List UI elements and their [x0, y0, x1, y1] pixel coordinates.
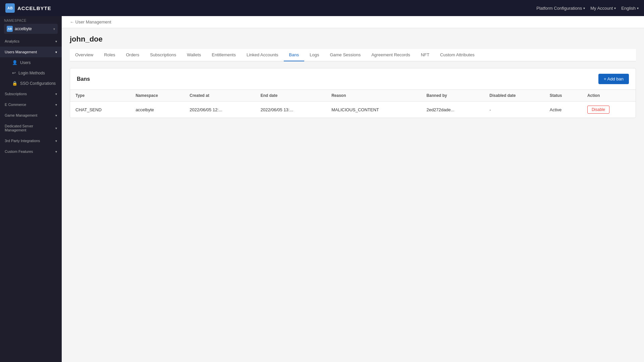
cell-banned-by: 2ed272dade...: [421, 102, 484, 118]
login-icon: ↩: [12, 70, 16, 75]
tab-entitlements[interactable]: Entitlements: [206, 49, 241, 61]
cell-disabled-date: -: [484, 102, 544, 118]
sidebar-sso-label: SSO Configurations: [20, 81, 56, 86]
platform-config-chevron-icon: ▾: [583, 6, 585, 10]
platform-config-btn[interactable]: Platform Configurations ▾: [536, 6, 585, 11]
col-action: Action: [582, 90, 636, 102]
tab-roles[interactable]: Roles: [99, 49, 120, 61]
sidebar-3rd-party-label: 3rd Party Integrations: [5, 139, 40, 143]
sidebar-analytics-label: Analytics: [5, 39, 19, 43]
3rd-party-chevron-icon: ▾: [55, 139, 57, 143]
cell-end-date: 2022/06/05 13:...: [255, 102, 326, 118]
tab-overview[interactable]: Overview: [70, 49, 99, 61]
language-chevron-icon: ▾: [637, 6, 639, 10]
bans-table: Type Namespace Created at End date Reaso…: [70, 90, 636, 118]
sidebar-item-subscriptions[interactable]: Subscriptions ▾: [0, 88, 62, 99]
col-type: Type: [70, 90, 130, 102]
subscriptions-chevron-icon: ▾: [55, 92, 57, 96]
bans-table-header-row: Type Namespace Created at End date Reaso…: [70, 90, 636, 102]
app-logo: AB: [5, 3, 15, 13]
sidebar-subitem-sso-configurations[interactable]: 🔒 SSO Configurations: [0, 78, 62, 88]
ecommerce-chevron-icon: ▾: [55, 103, 57, 107]
namespace-icon: AB: [7, 26, 13, 32]
tab-custom-attributes[interactable]: Custom Attributes: [435, 49, 480, 61]
sidebar-users-management-label: Users Management: [5, 50, 37, 54]
tab-game-sessions[interactable]: Game Sessions: [324, 49, 366, 61]
namespace-select[interactable]: AB accelbyte ▾: [4, 24, 58, 34]
breadcrumb-back-link[interactable]: ← User Management: [70, 19, 111, 24]
sidebar-subitem-users[interactable]: 👤 Users: [0, 57, 62, 68]
col-end-date: End date: [255, 90, 326, 102]
cell-type: CHAT_SEND: [70, 102, 130, 118]
page-title: john_doe: [70, 35, 636, 44]
analytics-chevron-icon: ▾: [55, 40, 57, 43]
sidebar-nav: Analytics ▾ Users Management ▾ 👤 Users ↩…: [0, 35, 62, 158]
users-management-chevron-icon: ▾: [55, 50, 57, 54]
cell-reason: MALICIOUS_CONTENT: [326, 102, 421, 118]
sidebar-item-e-commerce[interactable]: E Commerce ▾: [0, 99, 62, 110]
add-ban-button[interactable]: + Add ban: [598, 74, 629, 84]
topbar-right: Platform Configurations ▾ My Account ▾ E…: [536, 6, 639, 11]
tab-agreement-records[interactable]: Agreement Records: [366, 49, 416, 61]
sidebar-ecommerce-label: E Commerce: [5, 103, 26, 107]
bans-header: Bans + Add ban: [70, 68, 636, 90]
col-reason: Reason: [326, 90, 421, 102]
sidebar-dedicated-server-label: Dedicated Server Management: [5, 124, 55, 132]
cell-namespace: accelbyte: [130, 102, 184, 118]
bans-title: Bans: [77, 76, 90, 82]
cell-action: Disable: [582, 102, 636, 118]
bans-section: Bans + Add ban Type Namespace Created at…: [70, 68, 636, 118]
app-brand: ACCELBYTE: [17, 5, 51, 11]
col-created-at: Created at: [184, 90, 255, 102]
sidebar: NAMESPACE AB accelbyte ▾ Analytics ▾ Use…: [0, 16, 62, 362]
topbar: AB ACCELBYTE Platform Configurations ▾ M…: [0, 0, 644, 16]
tab-orders[interactable]: Orders: [120, 49, 145, 61]
sidebar-subscriptions-label: Subscriptions: [5, 92, 27, 96]
sidebar-item-dedicated-server[interactable]: Dedicated Server Management ▾: [0, 121, 62, 135]
dedicated-server-chevron-icon: ▾: [55, 126, 57, 130]
namespace-name: accelbyte: [15, 26, 51, 31]
tab-bans[interactable]: Bans: [284, 49, 305, 61]
sidebar-item-users-management[interactable]: Users Management ▾: [0, 47, 62, 57]
sidebar-login-methods-label: Login Methods: [18, 71, 45, 75]
tab-logs[interactable]: Logs: [304, 49, 324, 61]
sidebar-subitem-login-methods[interactable]: ↩ Login Methods: [0, 68, 62, 78]
user-icon: 👤: [12, 60, 17, 65]
namespace-chevron-icon: ▾: [53, 27, 55, 31]
col-banned-by: Banned by: [421, 90, 484, 102]
tab-bar: Overview Roles Orders Subscriptions Wall…: [70, 49, 636, 61]
sidebar-custom-features-label: Custom Features: [5, 149, 33, 154]
cell-status: Active: [544, 102, 582, 118]
namespace-section: NAMESPACE AB accelbyte ▾: [0, 16, 62, 35]
bans-table-header: Type Namespace Created at End date Reaso…: [70, 90, 636, 102]
tab-nft[interactable]: NFT: [416, 49, 435, 61]
my-account-btn[interactable]: My Account ▾: [590, 6, 616, 11]
layout: NAMESPACE AB accelbyte ▾ Analytics ▾ Use…: [0, 16, 644, 362]
bans-table-body: CHAT_SEND accelbyte 2022/06/05 12:... 20…: [70, 102, 636, 118]
sidebar-item-game-management[interactable]: Game Management ▾: [0, 110, 62, 121]
topbar-left: AB ACCELBYTE: [5, 3, 51, 13]
sidebar-item-3rd-party[interactable]: 3rd Party Integrations ▾: [0, 135, 62, 146]
tab-wallets[interactable]: Wallets: [181, 49, 206, 61]
game-management-chevron-icon: ▾: [55, 114, 57, 117]
col-disabled-date: Disabled date: [484, 90, 544, 102]
sidebar-item-custom-features[interactable]: Custom Features ▾: [0, 146, 62, 157]
disable-button[interactable]: Disable: [587, 106, 609, 114]
sso-icon: 🔒: [12, 81, 17, 86]
table-row: CHAT_SEND accelbyte 2022/06/05 12:... 20…: [70, 102, 636, 118]
sidebar-users-label: Users: [20, 60, 31, 65]
col-namespace: Namespace: [130, 90, 184, 102]
sidebar-item-analytics[interactable]: Analytics ▾: [0, 36, 62, 47]
col-status: Status: [544, 90, 582, 102]
namespace-label: NAMESPACE: [4, 19, 58, 22]
tab-subscriptions[interactable]: Subscriptions: [145, 49, 181, 61]
custom-features-chevron-icon: ▾: [55, 150, 57, 154]
main-content: ← User Management john_doe Overview Role…: [62, 16, 644, 362]
breadcrumb: ← User Management: [62, 16, 644, 28]
tab-linked-accounts[interactable]: Linked Accounts: [241, 49, 284, 61]
status-badge: Active: [550, 107, 561, 112]
my-account-chevron-icon: ▾: [614, 6, 616, 10]
cell-created-at: 2022/06/05 12:...: [184, 102, 255, 118]
sidebar-game-management-label: Game Management: [5, 113, 37, 117]
language-btn[interactable]: English ▾: [621, 6, 639, 11]
